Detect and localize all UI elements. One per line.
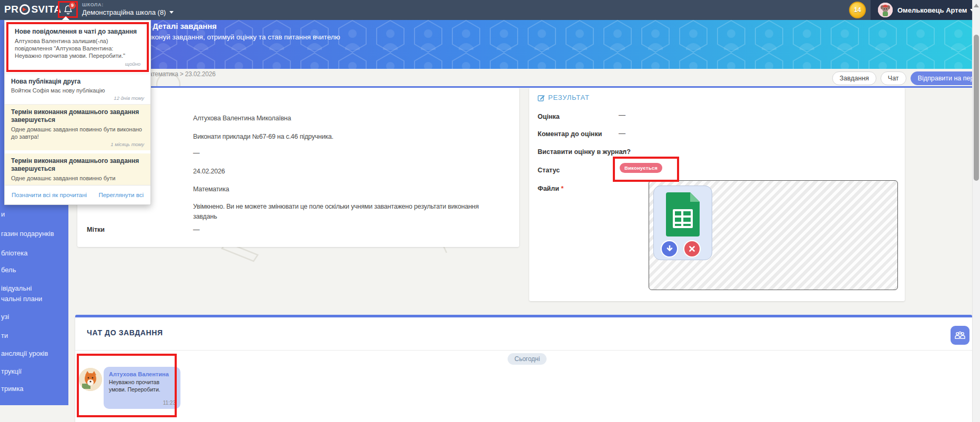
uploaded-file-tile[interactable] bbox=[653, 186, 712, 260]
notification-time: 12 днів тому bbox=[11, 95, 144, 101]
files-label: Файли * bbox=[538, 185, 563, 192]
files-label-text: Файли bbox=[538, 185, 559, 192]
sheets-file-icon bbox=[666, 192, 700, 236]
coins-badge[interactable]: 14 bbox=[849, 2, 866, 18]
due-date-value: 24.02.2026 bbox=[193, 168, 225, 175]
sidebar-item-tabel[interactable]: бель bbox=[1, 266, 16, 274]
close-icon bbox=[689, 246, 695, 252]
locked-field-note: Увімкнено. Ви не можете змінювати це пол… bbox=[193, 202, 490, 222]
journal-grade-value: — bbox=[619, 147, 625, 155]
notification-item[interactable]: Нова публікація друга Войтюк Софія має н… bbox=[5, 74, 150, 105]
notification-item[interactable]: Термін виконання домашнього завдання зав… bbox=[5, 153, 150, 185]
user-name: Омельковець Артем bbox=[897, 6, 967, 14]
page-banner: Деталі завдання Виконуй завдання, отриму… bbox=[68, 20, 972, 69]
grade-comment-value: — bbox=[619, 129, 625, 137]
notification-body: Войтюк Софія має нову публікацію bbox=[11, 87, 144, 94]
sidebar-item-friends[interactable]: узі bbox=[1, 313, 9, 321]
topbar: PRSVITA 9 ШКОЛА: Демонстраційна школа (8… bbox=[0, 0, 972, 20]
breadcrumb[interactable]: Математика > 23.02.2026 bbox=[144, 70, 216, 78]
subject-value: Математика bbox=[193, 186, 229, 193]
notification-time: 1 місяць тому bbox=[11, 141, 144, 147]
group-icon bbox=[955, 331, 965, 339]
scrollbar-thumb[interactable] bbox=[974, 35, 979, 181]
task-chat-card: ЧАТ ДО ЗАВДАННЯ Сьогодні Алтухова Валент… bbox=[75, 315, 972, 422]
notification-body: Алтухова Валентина залишив(-ла) повідомл… bbox=[15, 37, 140, 60]
notification-item[interactable]: Термін виконання домашнього завдання зав… bbox=[5, 104, 150, 150]
notification-item[interactable]: Нове повідомлення в чаті до завдання Алт… bbox=[6, 22, 149, 72]
chat-date-divider: Сьогодні bbox=[508, 353, 547, 365]
school-label: ШКОЛА: bbox=[82, 2, 174, 7]
task-tab-button[interactable]: Завдання bbox=[832, 71, 876, 85]
school-selector[interactable]: ШКОЛА: Демонстраційна школа (8) bbox=[82, 2, 174, 16]
chat-header-divider bbox=[75, 350, 972, 351]
grade-value: — bbox=[619, 111, 625, 119]
sidebar-item-support[interactable]: тримка bbox=[1, 385, 24, 393]
logo-text-pre: PR bbox=[4, 4, 18, 15]
teacher-name-value: Алтухова Валентина Миколаївна bbox=[193, 115, 291, 122]
notification-body: Одне домашнє завдання повинно бути викон… bbox=[11, 126, 144, 141]
dropdown-notch bbox=[62, 16, 69, 20]
grade-label: Оцінка bbox=[538, 113, 560, 120]
sidebar-item-library[interactable]: бліотека bbox=[1, 249, 28, 257]
sidebar-item-gift-shop[interactable]: газин подарунків bbox=[1, 230, 54, 238]
koala-avatar-icon bbox=[878, 3, 893, 17]
empty-value-dash: — bbox=[193, 149, 199, 157]
chat-tab-button[interactable]: Чат bbox=[881, 71, 906, 85]
result-card-title: РЕЗУЛЬТАТ bbox=[548, 94, 590, 101]
notifications-dropdown: Нове повідомлення в чаті до завдання Алт… bbox=[4, 20, 151, 205]
required-asterisk: * bbox=[561, 185, 563, 192]
page-title: Деталі завдання bbox=[153, 22, 217, 30]
task-text-value: Виконати приклади №67-69 на с.46 підручн… bbox=[193, 133, 334, 140]
chevron-down-icon bbox=[169, 11, 174, 14]
edit-icon bbox=[538, 94, 545, 101]
sidebar-item-lesson-streams[interactable]: ансляції уроків bbox=[1, 349, 48, 357]
sidebar-item-instructions[interactable]: трукції bbox=[1, 367, 22, 375]
highlight-box-chat-message bbox=[77, 354, 177, 417]
submit-for-review-button[interactable]: Відправити на перевірку bbox=[911, 71, 980, 85]
prosvita-logo[interactable]: PRSVITA bbox=[4, 4, 61, 15]
user-menu[interactable]: Омельковець Артем bbox=[871, 0, 972, 20]
view-all-link[interactable]: Переглянути всі bbox=[98, 192, 144, 198]
chat-participants-button[interactable] bbox=[951, 326, 969, 345]
notification-time: щойно bbox=[15, 61, 140, 67]
sidebar-item-individual-plans-line2[interactable]: чальні плани bbox=[1, 295, 42, 303]
page-subtitle: Виконуй завдання, отримуй оцінку та став… bbox=[143, 33, 340, 41]
result-card: РЕЗУЛЬТАТ Оцінка — Коментар до оцінки — … bbox=[529, 88, 905, 301]
tags-value-dash: — bbox=[193, 226, 199, 233]
files-dropzone[interactable] bbox=[649, 180, 898, 290]
notification-body: Одне домашнє завдання повинно бути bbox=[11, 174, 144, 182]
grade-comment-label: Коментар до оцінки bbox=[538, 130, 602, 138]
chat-section-title: ЧАТ ДО ЗАВДАННЯ bbox=[87, 328, 163, 337]
sidebar-item[interactable]: и bbox=[1, 210, 5, 218]
notification-title: Нова публікація друга bbox=[11, 78, 144, 86]
highlight-box-status bbox=[613, 157, 679, 182]
notification-title: Нове повідомлення в чаті до завдання bbox=[15, 28, 140, 36]
result-card-header: РЕЗУЛЬТАТ bbox=[538, 94, 590, 101]
notification-title: Термін виконання домашнього завдання зав… bbox=[11, 157, 144, 172]
school-name: Демонстраційна школа (8) bbox=[82, 8, 166, 16]
play-icon bbox=[19, 4, 30, 15]
notifications-count-badge: 9 bbox=[69, 2, 76, 9]
page-scrollbar[interactable] bbox=[972, 0, 980, 422]
tags-label: Мітки bbox=[87, 226, 105, 233]
logo-text-post: SVITA bbox=[31, 4, 61, 15]
mark-all-read-link[interactable]: Позначити всі як прочитані bbox=[12, 192, 87, 198]
download-file-button[interactable] bbox=[661, 240, 678, 258]
journal-grade-label: Виставити оцінку в журнал? bbox=[538, 148, 631, 156]
sidebar-item-chats[interactable]: ти bbox=[1, 332, 8, 339]
notification-title: Термін виконання домашнього завдання зав… bbox=[11, 108, 144, 123]
task-action-buttons: Завдання Чат Відправити на перевірку bbox=[832, 71, 980, 85]
notifications-bell-button[interactable]: 9 bbox=[58, 1, 78, 18]
notifications-footer: Позначити всі як прочитані Переглянути в… bbox=[5, 185, 150, 204]
status-label: Статус bbox=[538, 167, 560, 174]
sidebar-item-individual-plans-line1[interactable]: івідуальні bbox=[1, 284, 32, 292]
scroll-up-icon[interactable] bbox=[974, 4, 979, 7]
download-icon bbox=[666, 245, 673, 253]
user-avatar bbox=[878, 3, 893, 17]
delete-file-button[interactable] bbox=[683, 240, 701, 258]
